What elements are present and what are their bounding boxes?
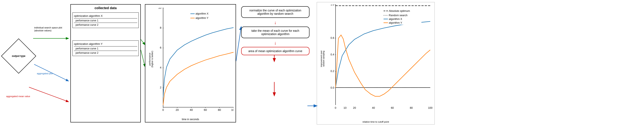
svg-text:100: 100 [428, 106, 432, 109]
algo-x-curve2: performance curve 2 [74, 23, 137, 27]
aggregated-plot-label: aggregated plot [37, 72, 52, 75]
process-section: normalize the curve of each optimization… [241, 4, 310, 126]
svg-text:10: 10 [158, 8, 162, 9]
svg-text:100: 100 [231, 108, 234, 111]
output-type-section: output type individual search space plot… [2, 10, 66, 116]
result-chart-svg: 1.0 0.6 0.4 0.2 0.0 0 10 20 40 60 80 100 [329, 4, 432, 116]
mean-box: take the mean of each curve for each opt… [241, 27, 310, 38]
svg-line-5 [236, 27, 241, 61]
svg-line-3 [141, 39, 145, 45]
mean-text: take the mean of each curve for each opt… [251, 29, 299, 36]
algo-y-name: optimization algorithm Y [74, 42, 137, 46]
svg-text:80: 80 [218, 108, 221, 111]
performance-chart-section: performance(higher is better) 10 8 6 4 2 [145, 4, 236, 122]
svg-line-4 [141, 50, 145, 66]
svg-text:0: 0 [335, 106, 336, 109]
algo-y-curve2: performance curve 2 [74, 51, 137, 55]
algo-x-name: optimization algorithm X [74, 14, 137, 18]
normalize-box: normalize the curve of each optimization… [241, 6, 310, 18]
svg-text:10: 10 [344, 106, 346, 109]
svg-text:1.0: 1.0 [330, 4, 334, 6]
algo-x-group: optimization algorithm X performance cur… [72, 13, 139, 28]
svg-text:6: 6 [160, 46, 161, 49]
collected-data-section: collected data optimization algorithm X … [70, 4, 141, 122]
collected-data-title: collected data [71, 5, 140, 11]
result-chart-x-label: relative time to cutoff point [317, 120, 434, 123]
main-diagram: output type individual search space plot… [0, 0, 644, 127]
output-type-diamond: output type [6, 44, 31, 68]
svg-text:Random search: Random search [389, 14, 408, 17]
algo-y-group: optimization algorithm Y performance cur… [72, 41, 139, 56]
down-arrow-2: ↓ [241, 40, 310, 46]
svg-text:40: 40 [372, 106, 375, 109]
result-chart-section: improvement overrandom sampling 1.0 0.6 … [317, 2, 435, 124]
svg-text:8: 8 [160, 26, 161, 29]
algo-y-curve1: performance curve 1 [74, 46, 137, 51]
area-box: area of mean optimization algorithm curv… [241, 47, 310, 55]
svg-text:algorithm Y: algorithm Y [389, 21, 402, 24]
area-text: area of mean optimization algorithm curv… [248, 49, 302, 53]
chart-y-label: performance(higher is better) [148, 51, 154, 67]
result-chart-y-label: improvement overrandom sampling [320, 50, 325, 67]
svg-text:0: 0 [162, 108, 164, 111]
individual-label: individual search space plot (absolute v… [34, 26, 62, 32]
aggregated-mean-label: aggregated mean value [6, 95, 30, 97]
algo-x-curve1: performance curve 1 [74, 18, 137, 23]
normalize-text: normalize the curve of each optimization… [250, 9, 302, 15]
svg-text:algorithm X: algorithm X [389, 18, 402, 21]
svg-text:0.0: 0.0 [330, 86, 334, 89]
svg-text:2: 2 [160, 86, 161, 89]
performance-chart-svg: 10 8 6 4 2 0 20 40 60 80 100 [157, 8, 234, 114]
svg-text:20: 20 [176, 108, 179, 111]
svg-text:0.4: 0.4 [330, 53, 334, 56]
svg-text:80: 80 [410, 106, 413, 109]
svg-text:40: 40 [190, 108, 193, 111]
svg-text:60: 60 [391, 106, 394, 109]
svg-text:algorithm Y: algorithm Y [196, 17, 209, 20]
svg-text:algorithm X: algorithm X [196, 12, 209, 15]
chart-x-label: time in seconds [145, 118, 236, 121]
svg-text:0.2: 0.2 [330, 70, 334, 73]
svg-text:20: 20 [353, 106, 356, 109]
svg-text:4: 4 [160, 66, 162, 69]
down-arrow-1: ↓ [241, 20, 310, 25]
svg-text:Absolute optimum: Absolute optimum [389, 9, 410, 13]
output-type-label: output type [12, 55, 25, 57]
svg-text:60: 60 [204, 108, 207, 111]
svg-text:0.6: 0.6 [330, 36, 334, 39]
